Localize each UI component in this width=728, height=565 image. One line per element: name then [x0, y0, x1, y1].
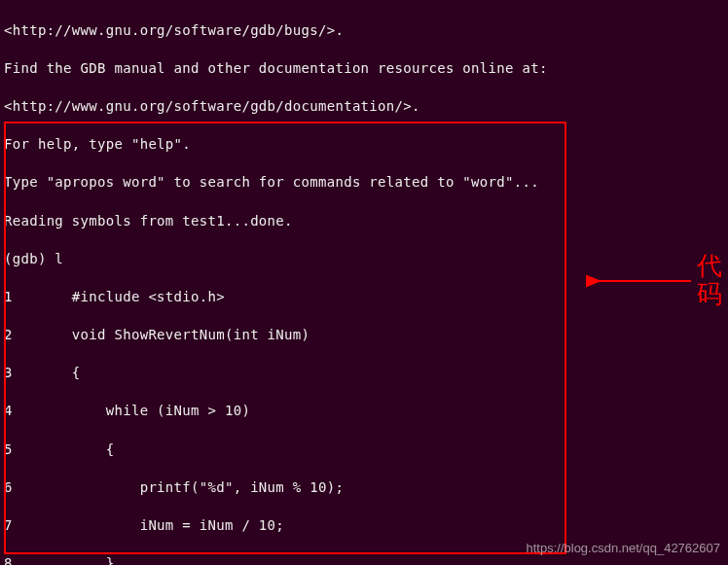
src-line-2: 2 void ShowRevertNum(int iNum): [4, 326, 724, 345]
gdb-doc-url: <http://www.gnu.org/software/gdb/documen…: [4, 97, 724, 117]
help-hint: For help, type "help".: [4, 135, 724, 155]
gdb-manual-hint: Find the GDB manual and other documentat…: [4, 59, 724, 79]
annotation-label: 代码: [697, 253, 722, 308]
src-line-6: 6 printf("%d", iNum % 10);: [4, 478, 724, 498]
annotation: 代码: [586, 253, 722, 308]
reading-symbols: Reading symbols from test1...done.: [4, 212, 724, 231]
src-line-7: 7 iNum = iNum / 10;: [4, 516, 724, 536]
gdb-bugs-url: <http://www.gnu.org/software/gdb/bugs/>.: [4, 21, 724, 41]
src-line-4: 4 while (iNum > 10): [4, 402, 724, 421]
src-line-3: 3 {: [4, 364, 724, 383]
apropos-hint: Type "apropos word" to search for comman…: [4, 173, 724, 193]
watermark: https://blog.csdn.net/qq_42762607: [527, 540, 721, 557]
arrow-left-icon: [586, 264, 693, 299]
src-line-5: 5 {: [4, 441, 724, 460]
